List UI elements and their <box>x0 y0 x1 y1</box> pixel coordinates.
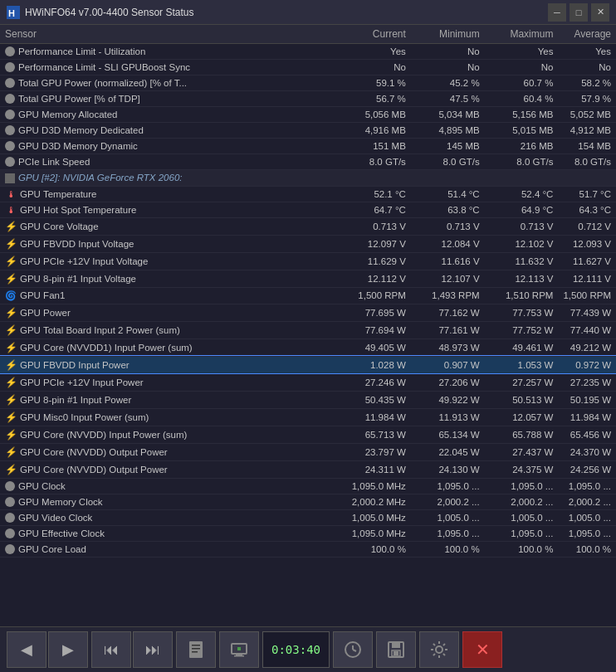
table-row[interactable]: ⚡GPU 8-pin #1 Input Power50.435 W49.922 … <box>0 391 616 408</box>
table-row[interactable]: ⚡GPU Core (NVVDD) Input Power (sum)65.71… <box>0 426 616 443</box>
maximum-value: No <box>485 60 559 75</box>
current-value: 100.0 % <box>337 541 411 557</box>
maximize-button[interactable]: □ <box>570 3 588 22</box>
current-value: 2,000.2 MHz <box>337 494 411 509</box>
sensor-label: GPU PCIe +12V Input Voltage <box>20 256 148 266</box>
circle-icon <box>5 62 15 72</box>
bolt-icon: ⚡ <box>5 342 17 353</box>
close-button[interactable]: ✕ <box>591 3 609 22</box>
svg-rect-16 <box>394 651 398 655</box>
settings-button[interactable] <box>419 631 459 668</box>
table-row[interactable]: GPU D3D Memory Dedicated4,916 MB4,895 MB… <box>0 123 616 139</box>
network-button[interactable] <box>219 631 259 668</box>
sensor-label: GPU Clock <box>18 481 66 491</box>
table-row[interactable]: ⚡GPU 8-pin #1 Input Voltage12.112 V12.10… <box>0 270 616 287</box>
table-row[interactable]: 🌡GPU Temperature52.1 °C51.4 °C52.4 °C51.… <box>0 186 616 202</box>
exit-button[interactable]: ✕ <box>462 631 502 668</box>
current-value: 11.629 V <box>337 252 411 270</box>
table-row[interactable]: ⚡GPU Misc0 Input Power (sum)11.984 W11.9… <box>0 408 616 426</box>
back-button[interactable]: ◀ <box>7 631 46 668</box>
skip-forward-button[interactable]: ⏭ <box>133 631 173 668</box>
average-value: 64.3 °C <box>558 202 616 217</box>
sensor-name-cell: Total GPU Power (normalized) [% of T... <box>0 75 337 90</box>
minimize-button[interactable]: ─ <box>548 3 566 22</box>
table-row[interactable]: PCIe Link Speed8.0 GT/s8.0 GT/s8.0 GT/s8… <box>0 154 616 170</box>
minimum-value: 24.130 W <box>411 460 485 478</box>
sensor-label: GPU Core (NVVDD) Output Power <box>20 447 168 457</box>
table-row[interactable]: GPU Video Clock1,005.0 MHz1,005.0 ...1,0… <box>0 509 616 525</box>
sensor-name-cell: ⚡GPU 8-pin #1 Input Voltage <box>0 270 337 287</box>
sensor-name-cell: GPU Memory Clock <box>0 494 337 509</box>
bolt-icon: ⚡ <box>5 446 17 458</box>
maximum-value: 77.753 W <box>485 304 559 321</box>
circle-icon <box>5 544 15 554</box>
save-button[interactable] <box>376 631 416 668</box>
average-value: 4,912 MB <box>558 123 616 139</box>
maximum-value: 12.113 V <box>485 270 559 287</box>
sensor-label: GPU Memory Clock <box>18 497 103 507</box>
sensor-label: GPU Temperature <box>20 189 96 199</box>
sensor-label: GPU Core (NVVDD) Output Power <box>20 465 168 475</box>
table-row[interactable]: GPU Core Load100.0 %100.0 %100.0 %100.0 … <box>0 541 616 557</box>
average-value: 5,052 MB <box>558 107 616 123</box>
table-row[interactable]: GPU Memory Allocated5,056 MB5,034 MB5,15… <box>0 107 616 123</box>
maximum-value: 1.053 W <box>485 356 559 373</box>
table-row[interactable]: ⚡GPU PCIe +12V Input Power27.246 W27.206… <box>0 373 616 391</box>
circle-icon <box>5 497 15 507</box>
sensor-name-cell: GPU D3D Memory Dedicated <box>0 123 337 138</box>
table-row[interactable]: Performance Limit - UtilizationYesNoYesY… <box>0 44 616 60</box>
thermometer-icon: 🌡 <box>5 205 17 215</box>
table-row[interactable]: 🌡GPU Hot Spot Temperature64.7 °C63.8 °C6… <box>0 202 616 217</box>
skip-back-button[interactable]: ⏮ <box>91 631 131 668</box>
table-row[interactable]: ⚡GPU Core (NVVDD) Output Power24.311 W24… <box>0 460 616 478</box>
maximum-value: 216 MB <box>485 139 559 154</box>
bolt-icon: ⚡ <box>5 377 17 388</box>
table-row[interactable]: GPU Clock1,095.0 MHz1,095.0 ...1,095.0 .… <box>0 478 616 494</box>
report-button[interactable] <box>176 631 216 668</box>
table-row[interactable]: Total GPU Power [% of TDP]56.7 %47.5 %60… <box>0 91 616 107</box>
table-row[interactable]: ⚡GPU Power77.695 W77.162 W77.753 W77.439… <box>0 304 616 321</box>
sensor-name-cell: 🌡GPU Hot Spot Temperature <box>0 202 337 217</box>
minimum-value: 77.162 W <box>411 304 485 321</box>
sensor-table-container[interactable]: Sensor Current Minimum Maximum Average P… <box>0 25 616 626</box>
table-row[interactable]: ⚡GPU Core Voltage0.713 V0.713 V0.713 V0.… <box>0 217 616 235</box>
current-value: 65.713 W <box>337 426 411 443</box>
table-row[interactable]: ⚡GPU Total Board Input 2 Power (sum)77.6… <box>0 321 616 338</box>
table-row[interactable]: ⚡GPU FBVDD Input Power1.028 W0.907 W1.05… <box>0 356 616 373</box>
app-icon: H <box>7 6 20 19</box>
minimum-value: 1,493 RPM <box>411 287 485 304</box>
average-value: 154 MB <box>558 139 616 154</box>
minimum-value: 8.0 GT/s <box>411 154 485 170</box>
table-row[interactable]: ⚡GPU Core (NVVDD1) Input Power (sum)49.4… <box>0 338 616 356</box>
table-row[interactable]: ⚡GPU Core (NVVDD) Output Power23.797 W22… <box>0 443 616 460</box>
table-row[interactable]: GPU Memory Clock2,000.2 MHz2,000.2 ...2,… <box>0 494 616 509</box>
minimum-value: 65.134 W <box>411 426 485 443</box>
table-row[interactable]: GPU D3D Memory Dynamic151 MB145 MB216 MB… <box>0 139 616 154</box>
forward-button[interactable]: ▶ <box>48 631 88 668</box>
col-sensor: Sensor <box>0 25 337 44</box>
table-row[interactable]: Performance Limit - SLI GPUBoost SyncNoN… <box>0 60 616 75</box>
current-value: 77.695 W <box>337 304 411 321</box>
sensor-name-cell: GPU Effective Clock <box>0 526 337 541</box>
minimum-value: No <box>411 44 485 60</box>
average-value: No <box>558 60 616 75</box>
table-row[interactable]: GPU [#2]: NVIDIA GeForce RTX 2060: <box>0 170 616 187</box>
table-row[interactable]: GPU Effective Clock1,095.0 MHz1,095.0 ..… <box>0 525 616 541</box>
table-row[interactable]: ⚡GPU FBVDD Input Voltage12.097 V12.084 V… <box>0 235 616 252</box>
bolt-icon: ⚡ <box>5 394 17 406</box>
report-icon <box>186 640 206 660</box>
table-body: Performance Limit - UtilizationYesNoYesY… <box>0 44 616 558</box>
bolt-icon: ⚡ <box>5 273 17 285</box>
minimum-value: 51.4 °C <box>411 186 485 202</box>
table-row[interactable]: 🌀GPU Fan11,500 RPM1,493 RPM1,510 RPM1,50… <box>0 287 616 304</box>
sensor-label: GPU Effective Clock <box>18 528 105 538</box>
maximum-value: 1,095.0 ... <box>485 478 559 494</box>
col-current: Current <box>337 25 411 44</box>
sensor-label: Total GPU Power [% of TDP] <box>18 94 140 104</box>
col-average: Average <box>558 25 616 44</box>
clock-button[interactable] <box>333 631 373 668</box>
table-row[interactable]: Total GPU Power (normalized) [% of T...5… <box>0 75 616 91</box>
table-row[interactable]: ⚡GPU PCIe +12V Input Voltage11.629 V11.6… <box>0 252 616 270</box>
sensor-label: GPU Core (NVVDD) Input Power (sum) <box>20 430 187 440</box>
skip-back-icon: ⏮ <box>104 641 119 659</box>
